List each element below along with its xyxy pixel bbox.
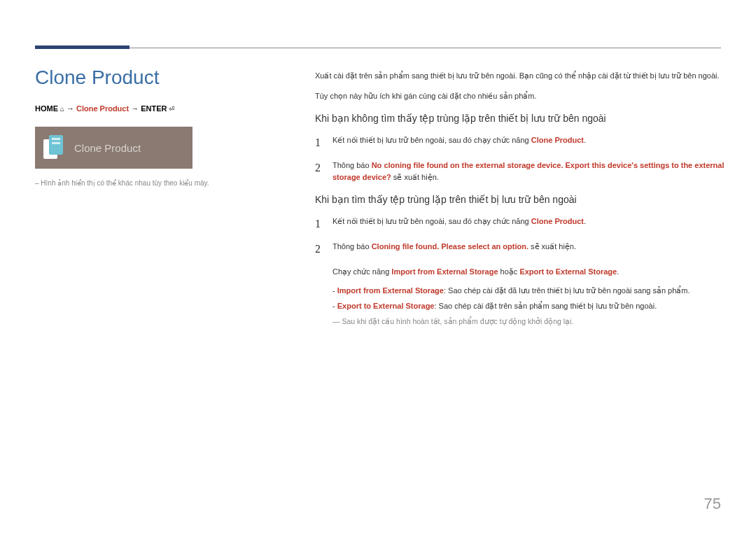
intro-paragraph: Tùy chọn này hữu ích khi gán cùng cài đặ… (315, 90, 728, 102)
page-number: 75 (704, 495, 721, 513)
tile-label: Clone Product (74, 142, 141, 154)
step-number: 1 (315, 216, 332, 232)
step-text: Kết nối thiết bị lưu trữ bên ngoài, sau … (332, 134, 728, 151)
section-heading: Khi bạn không tìm thấy tệp trùng lặp trê… (315, 111, 728, 126)
step-text: Thông báo No cloning file found on the e… (332, 160, 728, 183)
feature-tile: Clone Product (35, 127, 192, 169)
footnote: Sau khi đặt cấu hình hoàn tất, sản phẩm … (332, 316, 728, 328)
step-item: 2 Thông báo No cloning file found on the… (315, 160, 728, 183)
import-option-label: Import from External Storage (391, 267, 498, 276)
breadcrumb-arrow: → (64, 104, 76, 113)
step-number: 2 (315, 241, 332, 258)
clone-product-label: Clone Product (531, 136, 584, 144)
section-heading: Khi bạn tìm thấy tệp trùng lặp trên thiế… (315, 192, 728, 207)
image-caption: Hình ảnh hiển thị có thể khác nhau tùy t… (35, 179, 287, 187)
step-text: Thông báo Cloning file found. Please sel… (332, 241, 728, 258)
step-number: 2 (315, 160, 332, 183)
breadcrumb-arrow: → (129, 104, 141, 113)
import-option-label: Import from External Storage (337, 286, 444, 295)
breadcrumb-home: HOME (35, 104, 64, 113)
run-instruction: Chạy chức năng Import from External Stor… (332, 266, 728, 278)
sub-option: Export to External Storage: Sao chép cài… (332, 300, 728, 312)
right-column: Xuất cài đặt trên sản phẩm sang thiết bị… (315, 70, 728, 327)
step-text: Kết nối thiết bị lưu trữ bên ngoài, sau … (332, 216, 728, 232)
svg-rect-3 (52, 142, 60, 144)
header-accent (35, 45, 130, 49)
clone-product-label: Clone Product (531, 217, 584, 225)
intro-paragraph: Xuất cài đặt trên sản phẩm sang thiết bị… (315, 70, 728, 82)
step-item: 1 Kết nối thiết bị lưu trữ bên ngoài, sa… (315, 216, 728, 232)
breadcrumb: HOME → Clone Product → ENTER (35, 104, 287, 113)
svg-rect-2 (52, 138, 60, 140)
page-title: Clone Product (35, 66, 287, 89)
export-option-label: Export to External Storage (337, 302, 435, 310)
step-item: 2 Thông báo Cloning file found. Please s… (315, 241, 728, 258)
left-column: Clone Product HOME → Clone Product → ENT… (35, 66, 287, 187)
sub-option: Import from External Storage: Sao chép c… (332, 285, 728, 297)
header-divider (35, 48, 721, 48)
message-text: Cloning file found. Please select an opt… (372, 242, 528, 251)
breadcrumb-item: Clone Product (76, 104, 129, 113)
step-number: 1 (315, 134, 332, 151)
breadcrumb-enter: ENTER (141, 104, 174, 113)
clone-product-icon (43, 135, 64, 160)
step-item: 1 Kết nối thiết bị lưu trữ bên ngoài, sa… (315, 134, 728, 151)
export-option-label: Export to External Storage (519, 267, 617, 276)
